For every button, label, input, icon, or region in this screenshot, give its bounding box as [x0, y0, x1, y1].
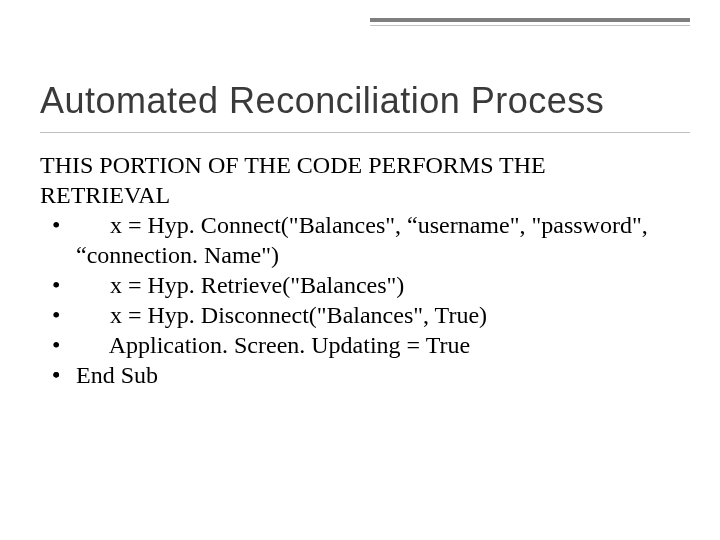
list-item: Application. Screen. Updating = True — [52, 330, 680, 360]
bullet-text: x = Hyp. Connect("Balances", “username",… — [76, 212, 648, 268]
list-item: x = Hyp. Disconnect("Balances", True) — [52, 300, 680, 330]
rule-thick — [370, 18, 690, 22]
slide-content: THIS PORTION OF THE CODE PERFORMS THE RE… — [40, 150, 680, 390]
intro-text: THIS PORTION OF THE CODE PERFORMS THE RE… — [40, 150, 680, 210]
list-item: x = Hyp. Connect("Balances", “username",… — [52, 210, 680, 270]
slide: Automated Reconciliation Process THIS PO… — [0, 0, 720, 540]
list-item: End Sub — [52, 360, 680, 390]
bullet-text: x = Hyp. Retrieve("Balances") — [104, 272, 404, 298]
bullet-text: End Sub — [76, 362, 158, 388]
title-underline — [40, 132, 690, 133]
bullet-list: x = Hyp. Connect("Balances", “username",… — [40, 210, 680, 390]
bullet-text: Application. Screen. Updating = True — [104, 332, 470, 358]
rule-thin — [370, 25, 690, 26]
bullet-text: x = Hyp. Disconnect("Balances", True) — [104, 302, 487, 328]
slide-title: Automated Reconciliation Process — [40, 80, 680, 122]
list-item: x = Hyp. Retrieve("Balances") — [52, 270, 680, 300]
header-decoration — [370, 18, 690, 26]
